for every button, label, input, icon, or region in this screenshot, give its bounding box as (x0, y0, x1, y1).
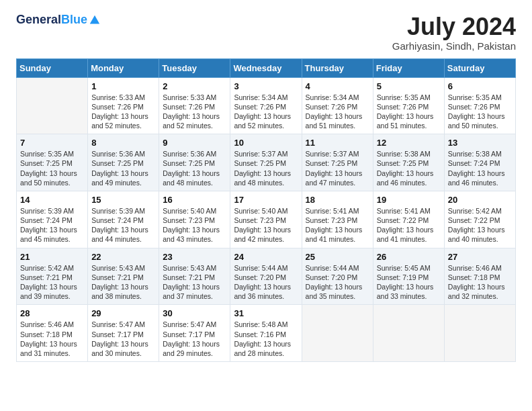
day-number: 31 (234, 308, 298, 318)
day-number: 16 (163, 195, 226, 205)
day-number: 23 (163, 252, 226, 262)
col-header-tuesday: Tuesday (159, 58, 230, 77)
day-number: 25 (306, 252, 369, 262)
day-info: Sunrise: 5:47 AM Sunset: 7:17 PM Dayligh… (91, 320, 155, 358)
calendar-table: SundayMondayTuesdayWednesdayThursdayFrid… (16, 58, 516, 362)
day-number: 15 (91, 195, 155, 205)
calendar-cell: 10Sunrise: 5:37 AM Sunset: 7:25 PM Dayli… (230, 134, 302, 191)
day-number: 9 (163, 138, 226, 148)
day-number: 17 (234, 195, 298, 205)
day-info: Sunrise: 5:35 AM Sunset: 7:26 PM Dayligh… (448, 93, 512, 131)
day-number: 26 (377, 252, 441, 262)
day-number: 12 (377, 138, 441, 148)
day-number: 29 (91, 308, 155, 318)
day-info: Sunrise: 5:33 AM Sunset: 7:26 PM Dayligh… (163, 93, 226, 131)
day-info: Sunrise: 5:37 AM Sunset: 7:25 PM Dayligh… (306, 149, 369, 187)
day-info: Sunrise: 5:43 AM Sunset: 7:21 PM Dayligh… (163, 263, 226, 302)
day-info: Sunrise: 5:34 AM Sunset: 7:26 PM Dayligh… (234, 93, 298, 131)
day-info: Sunrise: 5:47 AM Sunset: 7:17 PM Dayligh… (163, 320, 226, 358)
week-row-3: 14Sunrise: 5:39 AM Sunset: 7:24 PM Dayli… (17, 191, 516, 248)
calendar-cell: 5Sunrise: 5:35 AM Sunset: 7:26 PM Daylig… (373, 77, 444, 134)
day-info: Sunrise: 5:43 AM Sunset: 7:21 PM Dayligh… (91, 263, 155, 302)
day-info: Sunrise: 5:36 AM Sunset: 7:25 PM Dayligh… (163, 149, 226, 187)
calendar-cell: 25Sunrise: 5:44 AM Sunset: 7:20 PM Dayli… (302, 248, 373, 305)
week-row-1: 1Sunrise: 5:33 AM Sunset: 7:26 PM Daylig… (17, 77, 516, 134)
day-number: 27 (448, 252, 512, 262)
day-info: Sunrise: 5:35 AM Sunset: 7:25 PM Dayligh… (20, 149, 84, 187)
logo: GeneralBlue (16, 13, 101, 27)
day-info: Sunrise: 5:45 AM Sunset: 7:19 PM Dayligh… (377, 263, 441, 302)
calendar-cell: 18Sunrise: 5:41 AM Sunset: 7:23 PM Dayli… (302, 191, 373, 248)
day-info: Sunrise: 5:46 AM Sunset: 7:18 PM Dayligh… (20, 320, 84, 358)
day-number: 20 (448, 195, 512, 205)
day-info: Sunrise: 5:38 AM Sunset: 7:25 PM Dayligh… (377, 149, 441, 187)
location: Garhiyasin, Sindh, Pakistan (392, 40, 516, 52)
col-header-wednesday: Wednesday (230, 58, 302, 77)
calendar-cell: 29Sunrise: 5:47 AM Sunset: 7:17 PM Dayli… (88, 305, 159, 362)
month-year: July 2024 (392, 13, 516, 40)
day-number: 11 (306, 138, 369, 148)
col-header-friday: Friday (373, 58, 444, 77)
day-info: Sunrise: 5:41 AM Sunset: 7:23 PM Dayligh… (306, 206, 369, 244)
col-header-monday: Monday (88, 58, 159, 77)
calendar-cell (302, 305, 373, 362)
calendar-cell: 6Sunrise: 5:35 AM Sunset: 7:26 PM Daylig… (444, 77, 515, 134)
calendar-cell: 24Sunrise: 5:44 AM Sunset: 7:20 PM Dayli… (230, 248, 302, 305)
calendar-cell (373, 305, 444, 362)
day-number: 19 (377, 195, 441, 205)
day-info: Sunrise: 5:40 AM Sunset: 7:23 PM Dayligh… (163, 206, 226, 244)
calendar-body: 1Sunrise: 5:33 AM Sunset: 7:26 PM Daylig… (17, 77, 516, 361)
day-info: Sunrise: 5:46 AM Sunset: 7:18 PM Dayligh… (448, 263, 512, 302)
calendar-cell: 28Sunrise: 5:46 AM Sunset: 7:18 PM Dayli… (17, 305, 88, 362)
calendar-cell: 13Sunrise: 5:38 AM Sunset: 7:24 PM Dayli… (444, 134, 515, 191)
day-number: 14 (20, 195, 84, 205)
calendar-header-row: SundayMondayTuesdayWednesdayThursdayFrid… (17, 58, 516, 77)
day-number: 30 (163, 308, 226, 318)
day-info: Sunrise: 5:33 AM Sunset: 7:26 PM Dayligh… (91, 93, 155, 131)
day-info: Sunrise: 5:34 AM Sunset: 7:26 PM Dayligh… (306, 93, 369, 131)
logo-text: GeneralBlue (16, 13, 87, 27)
day-info: Sunrise: 5:48 AM Sunset: 7:16 PM Dayligh… (234, 320, 298, 358)
svg-marker-0 (90, 15, 99, 24)
day-number: 24 (234, 252, 298, 262)
logo-icon (89, 14, 101, 26)
calendar-cell: 4Sunrise: 5:34 AM Sunset: 7:26 PM Daylig… (302, 77, 373, 134)
day-info: Sunrise: 5:42 AM Sunset: 7:21 PM Dayligh… (20, 263, 84, 302)
calendar-cell: 19Sunrise: 5:41 AM Sunset: 7:22 PM Dayli… (373, 191, 444, 248)
col-header-thursday: Thursday (302, 58, 373, 77)
day-number: 3 (234, 81, 298, 91)
calendar-cell: 11Sunrise: 5:37 AM Sunset: 7:25 PM Dayli… (302, 134, 373, 191)
calendar-cell: 9Sunrise: 5:36 AM Sunset: 7:25 PM Daylig… (159, 134, 230, 191)
week-row-4: 21Sunrise: 5:42 AM Sunset: 7:21 PM Dayli… (17, 248, 516, 305)
day-number: 6 (448, 81, 512, 91)
day-number: 2 (163, 81, 226, 91)
day-number: 18 (306, 195, 369, 205)
calendar-cell: 8Sunrise: 5:36 AM Sunset: 7:25 PM Daylig… (88, 134, 159, 191)
calendar-cell: 14Sunrise: 5:39 AM Sunset: 7:24 PM Dayli… (17, 191, 88, 248)
day-number: 8 (91, 138, 155, 148)
calendar-cell: 31Sunrise: 5:48 AM Sunset: 7:16 PM Dayli… (230, 305, 302, 362)
calendar-cell: 30Sunrise: 5:47 AM Sunset: 7:17 PM Dayli… (159, 305, 230, 362)
day-number: 10 (234, 138, 298, 148)
day-number: 21 (20, 252, 84, 262)
day-info: Sunrise: 5:41 AM Sunset: 7:22 PM Dayligh… (377, 206, 441, 244)
calendar-cell: 17Sunrise: 5:40 AM Sunset: 7:23 PM Dayli… (230, 191, 302, 248)
week-row-5: 28Sunrise: 5:46 AM Sunset: 7:18 PM Dayli… (17, 305, 516, 362)
calendar-cell: 22Sunrise: 5:43 AM Sunset: 7:21 PM Dayli… (88, 248, 159, 305)
day-info: Sunrise: 5:37 AM Sunset: 7:25 PM Dayligh… (234, 149, 298, 187)
day-info: Sunrise: 5:44 AM Sunset: 7:20 PM Dayligh… (234, 263, 298, 302)
calendar-cell (444, 305, 515, 362)
day-number: 13 (448, 138, 512, 148)
calendar-cell: 20Sunrise: 5:42 AM Sunset: 7:22 PM Dayli… (444, 191, 515, 248)
day-number: 7 (20, 138, 84, 148)
calendar-cell: 3Sunrise: 5:34 AM Sunset: 7:26 PM Daylig… (230, 77, 302, 134)
day-number: 4 (306, 81, 369, 91)
day-number: 28 (20, 308, 84, 318)
calendar-cell: 21Sunrise: 5:42 AM Sunset: 7:21 PM Dayli… (17, 248, 88, 305)
week-row-2: 7Sunrise: 5:35 AM Sunset: 7:25 PM Daylig… (17, 134, 516, 191)
calendar-cell: 27Sunrise: 5:46 AM Sunset: 7:18 PM Dayli… (444, 248, 515, 305)
calendar-cell: 7Sunrise: 5:35 AM Sunset: 7:25 PM Daylig… (17, 134, 88, 191)
day-info: Sunrise: 5:35 AM Sunset: 7:26 PM Dayligh… (377, 93, 441, 131)
calendar-cell: 12Sunrise: 5:38 AM Sunset: 7:25 PM Dayli… (373, 134, 444, 191)
calendar-cell: 2Sunrise: 5:33 AM Sunset: 7:26 PM Daylig… (159, 77, 230, 134)
